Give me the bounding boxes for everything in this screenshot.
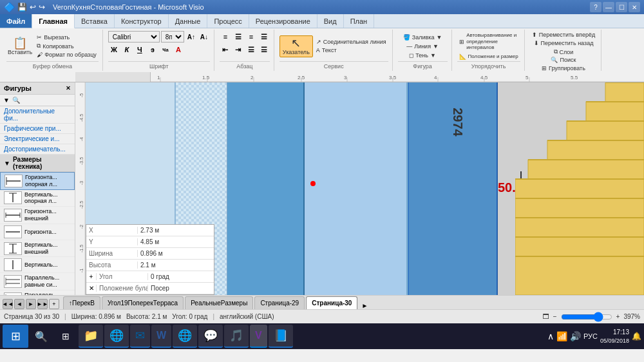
- justify-btn[interactable]: ☰: [258, 31, 270, 43]
- format-painter-button[interactable]: 🖌 Формат по образцу: [35, 51, 99, 59]
- taskbar-visio-active[interactable]: V: [250, 325, 267, 348]
- font-size-select[interactable]: 8пт: [161, 31, 184, 43]
- indent-inc-btn[interactable]: ⇥: [232, 44, 244, 55]
- indent-dec-btn[interactable]: ⇤: [220, 44, 231, 55]
- fill-button[interactable]: 🪣 Заливка ▼: [401, 33, 444, 41]
- subscript-btn[interactable]: чa: [160, 44, 171, 55]
- decrease-font-btn[interactable]: A↓: [198, 31, 210, 43]
- shapes-dropdown-icon[interactable]: ▼: [2, 97, 11, 104]
- font-family-select[interactable]: Calibri: [108, 31, 160, 43]
- category-electrical[interactable]: Электрические и...: [0, 134, 75, 144]
- tab-page29[interactable]: Страница-29: [254, 296, 305, 309]
- category-extra[interactable]: Дополнительные фи...: [0, 106, 75, 124]
- start-button[interactable]: ⊞: [3, 325, 28, 348]
- connector-button[interactable]: ↗ Соединительная линия: [314, 38, 388, 46]
- quick-access-undo[interactable]: ↩: [30, 3, 36, 12]
- auto-align-button[interactable]: ⊞ Автовыравнивание и определение интерва…: [457, 32, 520, 52]
- zoom-slider[interactable]: [561, 313, 612, 321]
- line-button[interactable]: — Линия ▼: [404, 43, 440, 50]
- section-collapse-icon[interactable]: ▼: [4, 160, 10, 167]
- tab-data[interactable]: Данные: [169, 14, 208, 28]
- group-button[interactable]: ⊞ Группировать: [540, 64, 587, 72]
- forward-button[interactable]: ⬆ Переместить вперёд: [530, 31, 598, 39]
- taskbar-chrome[interactable]: 🌐: [173, 325, 197, 348]
- font-color-btn[interactable]: А: [173, 44, 184, 55]
- zoom-in-btn[interactable]: +: [616, 313, 620, 320]
- tab-insert[interactable]: Вставка: [75, 14, 115, 28]
- tray-notification[interactable]: 🔔: [632, 332, 641, 341]
- fill-dropdown[interactable]: ▼: [436, 34, 442, 41]
- paste-button[interactable]: 📋 Вставить: [6, 36, 33, 57]
- tab-nav-next[interactable]: ►►: [37, 299, 48, 309]
- tab-nav-prev[interactable]: ◄◄: [3, 299, 13, 309]
- shape-item-3[interactable]: Горизонта...: [0, 224, 75, 240]
- shape-item-2[interactable]: Горизонта...внешний: [0, 207, 75, 224]
- tab-home[interactable]: Главная: [32, 14, 75, 28]
- tab-ugol19[interactable]: Угол19ПоперекТерраса: [102, 296, 184, 309]
- layers-button[interactable]: ⧉ Слои: [552, 48, 576, 56]
- shadow-dropdown[interactable]: ▼: [430, 52, 436, 59]
- taskbar-skype[interactable]: 💬: [198, 325, 223, 348]
- close-btn[interactable]: ✕: [629, 2, 640, 12]
- shape-item-4[interactable]: Вертикаль...внешний: [0, 240, 75, 258]
- numbering-btn[interactable]: ☰: [258, 44, 270, 55]
- shapes-collapse-icon[interactable]: ✕: [66, 85, 71, 91]
- taskbar-explorer[interactable]: 📁: [79, 325, 103, 348]
- taskbar-word[interactable]: W: [151, 325, 171, 348]
- tab-pereкv[interactable]: ↑ПерекВ: [63, 296, 100, 309]
- tab-review[interactable]: Рецензирование: [249, 14, 317, 28]
- tab-nav-back[interactable]: ◄: [14, 299, 24, 309]
- maximize-btn[interactable]: ☐: [616, 2, 627, 12]
- quick-access-save[interactable]: 💾: [17, 3, 27, 12]
- copy-button[interactable]: ⧉ Копировать: [35, 42, 99, 50]
- window-controls[interactable]: ? — ☐ ✕: [590, 2, 640, 12]
- cut-button[interactable]: ✂ Вырезать: [35, 33, 99, 41]
- strikethrough-btn[interactable]: з: [147, 44, 158, 55]
- shadow-button[interactable]: ◻ Тень ▼: [407, 52, 438, 59]
- tray-language[interactable]: РУС: [583, 332, 598, 340]
- taskbar-acrobat[interactable]: 📘: [269, 325, 293, 348]
- position-button[interactable]: 📐 Положение и размер: [457, 53, 520, 61]
- zoom-out-btn[interactable]: −: [553, 313, 557, 320]
- text-button[interactable]: A Текст: [314, 46, 388, 54]
- back-button[interactable]: ⬇ Переместить назад: [532, 39, 596, 47]
- bullets-btn[interactable]: ☰: [245, 44, 257, 55]
- shape-item-5[interactable]: Вертикаль...: [0, 257, 75, 273]
- align-right-btn[interactable]: ≡: [245, 31, 257, 43]
- tab-file[interactable]: Файл: [0, 14, 32, 28]
- tab-page30[interactable]: Страница-30: [306, 296, 357, 309]
- align-center-btn[interactable]: ☰: [232, 31, 244, 43]
- taskbar-edge[interactable]: 🌐: [104, 325, 129, 348]
- taskbar-media[interactable]: 🎵: [224, 325, 249, 348]
- bold-btn[interactable]: Ж: [108, 44, 120, 55]
- shape-item-6[interactable]: Параллель...равные си...: [0, 273, 75, 291]
- fit-page-btn[interactable]: 🗖: [543, 313, 549, 320]
- category-landmark[interactable]: Достопримечатель...: [0, 144, 75, 155]
- tray-volume[interactable]: 🔊: [570, 331, 581, 341]
- shape-item-0[interactable]: Горизонта...опорная л...: [0, 172, 75, 190]
- pointer-button[interactable]: ↖ Указатель: [279, 35, 313, 57]
- taskbar-mail[interactable]: ✉: [130, 325, 150, 348]
- canvas-area[interactable]: 2974 X 2.73 м Y 4.85 м Ширина 0.896 м: [86, 82, 644, 295]
- shape-item-1[interactable]: Вертикаль...опорная л...: [0, 190, 75, 207]
- shape-item-7[interactable]: Параллель...неравные...: [0, 291, 75, 295]
- tab-design[interactable]: Конструктор: [115, 14, 169, 28]
- minimize-btn[interactable]: —: [603, 2, 614, 12]
- tab-nav-forward[interactable]: ►: [26, 299, 36, 309]
- italic-btn[interactable]: К: [121, 44, 133, 55]
- line-dropdown[interactable]: ▼: [433, 43, 439, 50]
- taskbar-clock[interactable]: 17:13 05/09/2018: [600, 328, 629, 345]
- taskbar-search[interactable]: 🔍: [30, 325, 53, 348]
- quick-access-redo[interactable]: ↪: [39, 3, 45, 12]
- tab-nav-add[interactable]: +: [49, 299, 59, 309]
- tab-real-sizes[interactable]: РеальныеРазмеры: [185, 296, 253, 309]
- tab-plan[interactable]: План: [344, 14, 375, 28]
- align-left-btn[interactable]: ≡: [220, 31, 231, 43]
- tray-network[interactable]: 📶: [556, 331, 567, 341]
- category-graphics[interactable]: Графические при...: [0, 124, 75, 134]
- help-btn[interactable]: ?: [590, 2, 601, 12]
- increase-font-btn[interactable]: A↑: [185, 31, 197, 43]
- tab-scroll-right[interactable]: ►: [359, 302, 370, 309]
- tab-view[interactable]: Вид: [317, 14, 344, 28]
- tray-up-arrow[interactable]: ∧: [547, 331, 554, 341]
